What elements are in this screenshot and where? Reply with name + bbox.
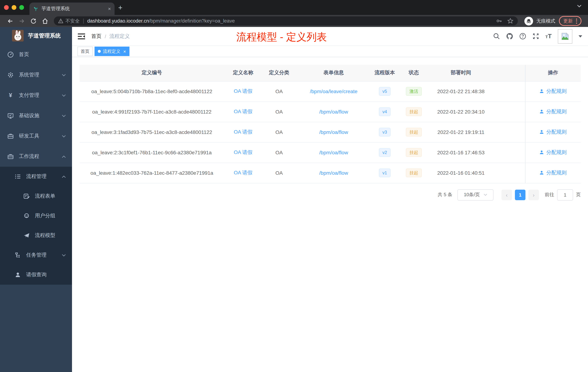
deploy-time: 2022-01-22 21:48:38 — [429, 81, 493, 101]
user-group-icon — [23, 213, 30, 219]
form-link[interactable]: /bpm/oa/leave/create — [310, 88, 357, 94]
sidebar: 芋道管理系统 首页 系统管理 — [0, 27, 72, 372]
user-icon — [539, 89, 544, 94]
sidebar-item-process-model[interactable]: 流程模型 — [0, 226, 72, 245]
close-window-button[interactable] — [4, 5, 9, 10]
dashboard-icon — [7, 51, 14, 58]
fullscreen-icon[interactable] — [532, 33, 539, 40]
toolbox-icon — [7, 133, 14, 139]
version-badge: v1 — [379, 169, 390, 177]
form-link[interactable]: /bpm/oa/flow — [319, 129, 348, 135]
definition-name-link[interactable]: OA 请假 — [234, 109, 252, 114]
user-avatar[interactable] — [558, 29, 572, 44]
page-size-select[interactable]: 10条/页 — [457, 189, 494, 200]
definition-name-link[interactable]: OA 请假 — [234, 88, 252, 94]
sidebar-item-task-management[interactable]: 任务管理 — [0, 245, 72, 265]
bookmark-star-icon[interactable] — [507, 18, 514, 24]
definition-id: oa_leave:5:004b710b-7b8a-11ec-8ef0-acde4… — [79, 81, 224, 101]
definition-id: oa_leave:4:991f2193-7b7f-11ec-a3c8-acde4… — [79, 101, 224, 122]
window-controls[interactable] — [4, 5, 24, 10]
new-tab-button[interactable]: + — [118, 3, 122, 12]
back-button[interactable] — [7, 18, 13, 24]
col-definition-category: 定义分类 — [262, 65, 296, 81]
definition-name-link[interactable]: OA 请假 — [234, 149, 252, 155]
minimize-window-button[interactable] — [12, 5, 16, 10]
home-button[interactable] — [42, 18, 48, 24]
gear-icon — [7, 72, 14, 78]
avatar-caret-icon[interactable] — [578, 35, 582, 39]
sidebar-item-label: 用户分组 — [35, 213, 55, 219]
sidebar-item-user-group[interactable]: 用户分组 — [0, 206, 72, 226]
assign-rule-button[interactable]: 分配规则 — [539, 109, 567, 115]
chevron-up-icon — [62, 155, 66, 158]
table-row: oa_leave:2:3c1f0ef1-76b1-11ec-9c66-a2380… — [79, 142, 580, 163]
tab-close-icon[interactable]: × — [108, 6, 111, 12]
sidebar-item-leave-query[interactable]: 请假查询 — [0, 265, 72, 285]
tag-process-definition[interactable]: 流程定义 × — [94, 47, 129, 56]
next-page-button[interactable]: › — [528, 189, 539, 200]
browser-menu-icon[interactable] — [576, 18, 577, 23]
sidebar-item-workflow[interactable]: 工作流程 — [0, 146, 72, 167]
tag-home[interactable]: 首页 — [77, 47, 93, 56]
form-link[interactable]: /bpm/oa/flow — [319, 150, 348, 155]
browser-tab[interactable]: 芋道管理系统 × — [30, 2, 115, 15]
goto-page-input[interactable] — [557, 189, 573, 200]
tags-view: 首页 流程定义 × — [72, 46, 588, 57]
tag-close-icon[interactable]: × — [123, 49, 126, 54]
form-link[interactable]: /bpm/oa/flow — [319, 170, 348, 176]
status-badge: 挂起 — [406, 148, 422, 157]
definition-category: OA — [262, 142, 296, 163]
table-header-row: 定义编号 定义名称 定义分类 表单信息 流程版本 状态 部署时间 操作 — [79, 65, 580, 81]
status-badge: 挂起 — [406, 107, 422, 116]
breadcrumb-home[interactable]: 首页 — [91, 33, 101, 40]
definition-name-link[interactable]: OA 请假 — [234, 170, 252, 175]
user-icon — [539, 150, 544, 155]
deploy-time: 2022-01-22 20:34:10 — [429, 101, 493, 122]
address-bar[interactable]: 不安全 dashboard.yudao.iocoder.cn/bpm/manag… — [54, 16, 518, 25]
zoom-window-button[interactable] — [19, 5, 24, 10]
top-navbar: 首页 / 流程定义 流程模型 - 定义列表 — [72, 27, 588, 46]
definition-category: OA — [262, 122, 296, 142]
sidebar-item-label: 工作流程 — [19, 153, 39, 160]
sidebar-item-process-form[interactable]: 流程表单 — [0, 186, 72, 206]
github-icon[interactable] — [506, 33, 513, 40]
chevron-down-icon — [62, 94, 66, 97]
sidebar-item-system[interactable]: 系统管理 — [0, 65, 72, 85]
font-size-icon[interactable]: TT — [546, 33, 552, 39]
security-status[interactable]: 不安全 — [58, 18, 80, 24]
app-logo[interactable]: 芋道管理系统 — [0, 27, 72, 44]
tab-search-chevron-icon[interactable] — [577, 5, 581, 8]
collapse-sidebar-icon[interactable] — [78, 33, 85, 40]
table-row: oa_leave:4:991f2193-7b7f-11ec-a3c8-acde4… — [79, 101, 580, 122]
current-page-button[interactable]: 1 — [515, 189, 525, 200]
assign-rule-button[interactable]: 分配规则 — [539, 88, 567, 95]
sidebar-item-home[interactable]: 首页 — [0, 44, 72, 65]
help-icon[interactable] — [519, 33, 526, 40]
sidebar-item-label: 流程模型 — [35, 232, 55, 239]
prev-page-button[interactable]: ‹ — [502, 189, 512, 200]
forward-button[interactable] — [19, 18, 25, 24]
tag-label: 首页 — [81, 48, 89, 55]
url-path: /bpm/manager/definition?key=oa_leave — [149, 18, 235, 24]
assign-rule-button[interactable]: 分配规则 — [539, 149, 567, 156]
assign-rule-button[interactable]: 分配规则 — [539, 129, 567, 135]
search-icon[interactable] — [493, 33, 500, 40]
page-url[interactable]: dashboard.yudao.iocoder.cn/bpm/manager/d… — [87, 18, 235, 24]
assign-rule-button[interactable]: 分配规则 — [539, 170, 567, 176]
deploy-time: 2022-01-22 19:19:11 — [429, 122, 493, 142]
sidebar-item-devtools[interactable]: 研发工具 — [0, 126, 72, 146]
chevron-down-icon — [62, 74, 66, 76]
sidebar-item-process-management[interactable]: 流程管理 — [0, 167, 72, 186]
col-form-info: 表单信息 — [296, 65, 371, 81]
form-link[interactable]: /bpm/oa/flow — [319, 109, 348, 115]
breadcrumb: 首页 / 流程定义 — [91, 33, 130, 40]
sidebar-item-payment[interactable]: ¥ 支付管理 — [0, 85, 72, 106]
definition-name-link[interactable]: OA 请假 — [234, 129, 252, 135]
reload-button[interactable] — [30, 18, 37, 24]
sidebar-item-infrastructure[interactable]: 基础设施 — [0, 106, 72, 126]
status-badge: 挂起 — [406, 169, 422, 177]
update-browser-button[interactable]: 更新 — [559, 16, 581, 26]
incognito-icon — [524, 17, 533, 25]
password-key-icon[interactable] — [496, 18, 502, 24]
definition-table: 定义编号 定义名称 定义分类 表单信息 流程版本 状态 部署时间 操作 — [79, 65, 581, 183]
